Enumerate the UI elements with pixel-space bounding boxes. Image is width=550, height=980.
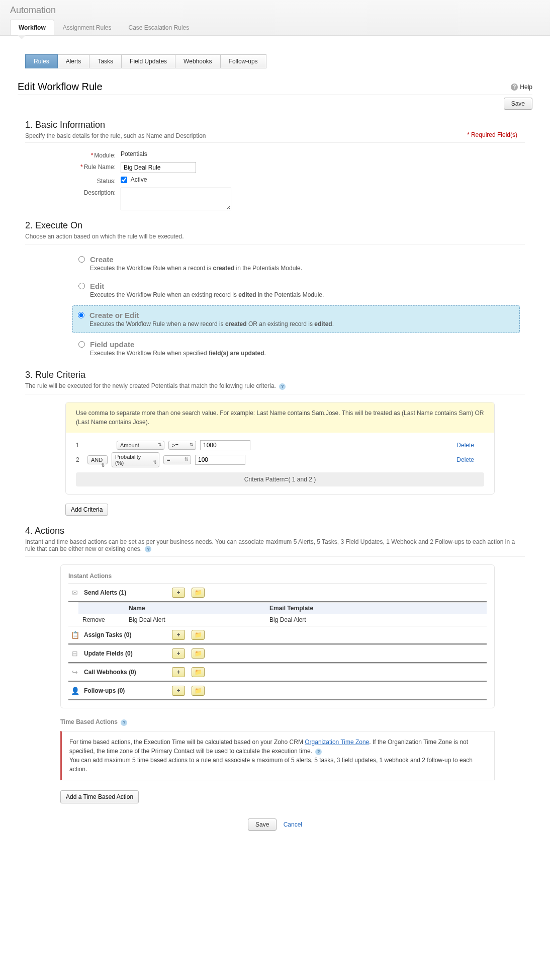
update-fields-label: Update Fields (0) (84, 650, 167, 657)
info-icon[interactable]: ? (121, 719, 127, 726)
criteria-row-1: 1 Amount >= Delete (76, 440, 484, 450)
exec-label-edit: Edit (90, 282, 324, 290)
webhook-icon: ↪ (71, 669, 79, 676)
add-time-based-action-button[interactable]: Add a Time Based Action (60, 790, 139, 803)
divider (25, 556, 525, 557)
add-criteria-button[interactable]: Add Criteria (65, 504, 108, 516)
exec-radio-create-or-edit[interactable] (78, 312, 84, 318)
sub-tab-followups[interactable]: Follow-ups (221, 54, 266, 68)
browse-button[interactable]: 📁 (192, 648, 205, 659)
exec-label-field-update: Field update (90, 340, 266, 349)
criteria-row-2: 2 AND Probability (%) = Delete (76, 452, 484, 467)
criteria-num: 1 (76, 442, 83, 449)
browse-button[interactable]: 📁 (192, 667, 205, 677)
exec-radio-edit[interactable] (78, 283, 85, 289)
alert-template: Big Deal Alert (269, 616, 306, 623)
remove-link[interactable]: Remove (78, 616, 129, 623)
exec-option-field-update[interactable]: Field update Executes the Workflow Rule … (75, 337, 525, 360)
status-checkbox[interactable] (121, 177, 127, 183)
sub-tab-field-updates[interactable]: Field Updates (122, 54, 175, 68)
send-alerts-row: ✉ Send Alerts (1) + 📁 (68, 584, 487, 602)
operator-select[interactable]: >= (168, 441, 196, 450)
alerts-table: Name Email Template Remove Big Deal Aler… (78, 602, 487, 626)
criteria-value-input[interactable] (195, 455, 245, 465)
criteria-sub: The rule will be executed for the newly … (25, 382, 525, 390)
status-value: Active (131, 176, 147, 183)
field-icon: ⊟ (71, 650, 79, 657)
logic-select[interactable]: AND (87, 455, 108, 464)
exec-radio-create[interactable] (78, 256, 85, 263)
module-value: Potentials (121, 150, 147, 157)
add-button[interactable]: + (172, 667, 185, 677)
exec-desc-edit: Executes the Workflow Rule when an exist… (90, 291, 324, 298)
sub-tabs: Rules Alerts Tasks Field Updates Webhook… (25, 54, 540, 68)
browse-button[interactable]: 📁 (192, 630, 205, 640)
save-button-bottom[interactable]: Save (248, 819, 277, 831)
module-label: *Module: (25, 150, 121, 159)
info-icon[interactable]: ? (145, 546, 151, 552)
call-webhooks-row: ↪ Call Webhooks (0) + 📁 (68, 663, 487, 682)
field-select[interactable]: Probability (%) (112, 452, 159, 467)
execute-title: 2. Execute On (25, 220, 525, 231)
table-row: Remove Big Deal Alert Big Deal Alert (78, 614, 487, 626)
help-label: Help (520, 84, 532, 91)
description-textarea[interactable] (121, 188, 231, 210)
org-timezone-link[interactable]: Organization Time Zone (305, 739, 369, 746)
help-link[interactable]: ? Help (511, 84, 532, 91)
info-icon[interactable]: ? (279, 383, 286, 390)
active-tab-arrow (18, 35, 26, 39)
browse-button[interactable]: 📁 (192, 588, 205, 598)
exec-option-create-or-edit[interactable]: Create or Edit Executes the Workflow Rul… (72, 305, 520, 333)
sub-tab-webhooks[interactable]: Webhooks (175, 54, 220, 68)
sub-tab-tasks[interactable]: Tasks (89, 54, 122, 68)
exec-option-edit[interactable]: Edit Executes the Workflow Rule when an … (75, 279, 525, 301)
mail-icon: ✉ (71, 589, 79, 596)
criteria-box: Use comma to separate more than one sear… (65, 402, 495, 495)
exec-label-create: Create (90, 255, 302, 264)
divider (25, 142, 525, 143)
exec-option-create[interactable]: Create Executes the Workflow Rule when a… (75, 252, 525, 275)
page-title: Edit Workflow Rule (18, 81, 103, 93)
cancel-link[interactable]: Cancel (284, 821, 302, 828)
rule-name-input[interactable] (121, 162, 196, 173)
operator-select[interactable]: = (163, 455, 191, 464)
info-icon[interactable]: ? (315, 749, 322, 755)
basic-title: 1. Basic Information (25, 120, 525, 130)
exec-radio-field-update[interactable] (78, 341, 85, 348)
delete-criteria-link[interactable]: Delete (456, 442, 474, 449)
tab-case-escalation[interactable]: Case Escalation Rules (120, 20, 198, 35)
divider (25, 244, 525, 244)
actions-title: 4. Actions (25, 526, 525, 536)
browse-button[interactable]: 📁 (192, 686, 205, 696)
top-header: Automation Workflow Assignment Rules Cas… (0, 0, 550, 36)
add-button[interactable]: + (172, 630, 185, 640)
criteria-num: 2 (76, 456, 83, 463)
sub-tab-rules[interactable]: Rules (25, 54, 58, 68)
instant-actions-title: Instant Actions (68, 573, 487, 580)
tab-assignment-rules[interactable]: Assignment Rules (54, 20, 120, 35)
divider (25, 394, 525, 394)
alert-name: Big Deal Alert (129, 616, 269, 623)
field-select[interactable]: Amount (117, 441, 164, 450)
criteria-value-input[interactable] (200, 440, 250, 450)
assign-tasks-row: 📋 Assign Tasks (0) + 📁 (68, 626, 487, 644)
tab-workflow[interactable]: Workflow (10, 20, 54, 35)
criteria-title: 3. Rule Criteria (25, 370, 525, 380)
add-button[interactable]: + (172, 648, 185, 659)
criteria-hint: Use comma to separate more than one sear… (66, 402, 494, 433)
help-icon: ? (511, 84, 518, 91)
save-button-top[interactable]: Save (504, 98, 532, 110)
assign-tasks-label: Assign Tasks (0) (84, 631, 167, 638)
exec-desc-create-or-edit: Executes the Workflow Rule when a new re… (89, 320, 334, 328)
delete-criteria-link[interactable]: Delete (456, 456, 474, 463)
instant-actions-panel: Instant Actions ✉ Send Alerts (1) + 📁 Na… (60, 564, 495, 708)
criteria-pattern: Criteria Pattern=( 1 and 2 ) (76, 472, 484, 486)
rule-name-label: *Rule Name: (25, 162, 121, 171)
followups-label: Follow-ups (0) (84, 687, 167, 694)
add-button[interactable]: + (172, 588, 185, 598)
sub-tab-alerts[interactable]: Alerts (58, 54, 90, 68)
table-col-template: Email Template (269, 605, 313, 612)
exec-label-create-or-edit: Create or Edit (89, 311, 334, 319)
followups-row: 👤 Follow-ups (0) + 📁 (68, 682, 487, 700)
add-button[interactable]: + (172, 686, 185, 696)
